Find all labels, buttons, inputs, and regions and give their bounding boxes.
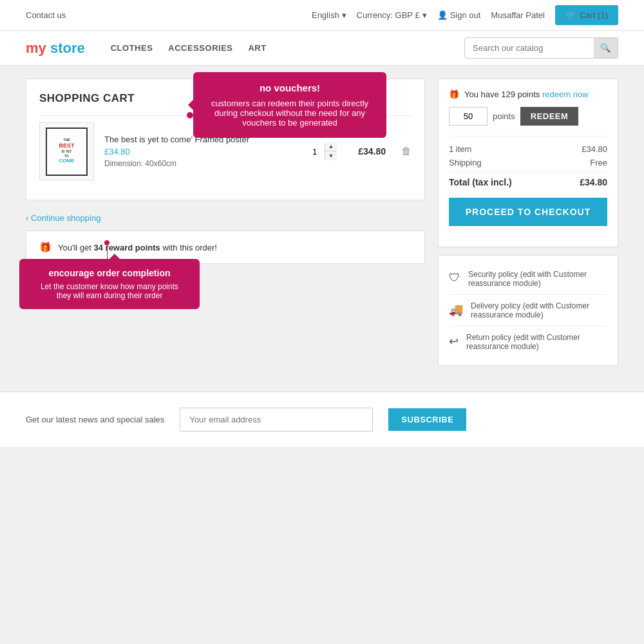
order-summary: 1 item £34.80 Shipping Free Total (tax i…: [449, 136, 607, 187]
tooltip-encourage-body: Let the customer know how many points th…: [32, 282, 187, 300]
currency-dropdown-icon: ▾: [422, 10, 427, 20]
top-bar-left: Contact us: [26, 10, 66, 20]
item-dimension: Dimension: 40x60cm: [104, 159, 294, 168]
tooltip-encourage-title: encourage order completion: [32, 268, 187, 278]
nav-bar: my store CLOTHES ACCESSORIES ART 🔍: [0, 31, 644, 66]
tooltip-novouchers-title: no vouchers!: [206, 82, 374, 93]
newsletter-email-input[interactable]: [180, 408, 373, 431]
return-policy-text: Return policy (edit with Customer reassu…: [466, 333, 607, 351]
language-selector[interactable]: English ▾: [312, 10, 346, 20]
poster-thumbnail: THE BEST IS YET TO COME: [46, 128, 88, 176]
summary-total-row: Total (tax incl.) £34.80: [449, 171, 607, 187]
top-bar-right: English ▾ Currency: GBP £ ▾ 👤 Sign out M…: [312, 5, 618, 25]
nav-links: CLOTHES ACCESSORIES ART: [111, 43, 464, 53]
signout-button[interactable]: 👤 Sign out: [437, 10, 481, 20]
user-name: Musaffar Patel: [491, 10, 545, 20]
tooltip-encourage: encourage order completion Let the custo…: [19, 259, 200, 309]
redeem-now-link[interactable]: redeem now: [542, 90, 589, 99]
reward-prefix: You'll get: [58, 243, 94, 252]
cart-icon: 🛒: [565, 10, 576, 20]
points-redeem-input[interactable]: [449, 107, 488, 126]
language-dropdown-icon: ▾: [342, 10, 346, 20]
logo-store: store: [46, 40, 85, 56]
continue-shopping-label: ‹ Continue shopping: [26, 213, 100, 223]
delivery-policy-text: Delivery policy (edit with Customer reas…: [471, 301, 607, 319]
language-label: English: [312, 10, 339, 20]
quantity-arrows: ▲ ▼: [325, 142, 337, 160]
points-label: points: [493, 111, 515, 121]
item-total: £34.80: [347, 146, 386, 156]
top-bar: Contact us English ▾ Currency: GBP £ ▾ 👤…: [0, 0, 644, 31]
delete-item-button[interactable]: 🗑: [401, 146, 412, 157]
points-header: 🎁 You have 129 points redeem now: [449, 90, 607, 99]
summary-total-amount: £34.80: [580, 177, 607, 187]
main-content: no vouchers! customers can redeem their …: [0, 66, 644, 379]
nav-clothes[interactable]: CLOTHES: [111, 43, 153, 53]
quantity-increase-btn[interactable]: ▲: [325, 142, 337, 151]
reassurance-delivery: 🚚 Delivery policy (edit with Customer re…: [449, 295, 607, 327]
reassurance-box: 🛡 Security policy (edit with Customer re…: [438, 255, 618, 366]
quantity-input[interactable]: [305, 144, 325, 159]
signout-label: Sign out: [450, 10, 481, 20]
reassurance-return: ↩ Return policy (edit with Customer reas…: [449, 327, 607, 357]
user-icon: 👤: [437, 10, 448, 20]
contact-us-link[interactable]: Contact us: [26, 10, 66, 20]
tooltip-encourage-dot: [104, 240, 109, 245]
logo-my: my: [26, 40, 46, 56]
quantity-decrease-btn[interactable]: ▼: [325, 151, 337, 160]
cart-item-details: The best is yet to come' Framed poster £…: [104, 135, 294, 168]
checkout-button[interactable]: PROCEED TO CHECKOUT: [449, 198, 607, 226]
summary-item-amount: £34.80: [582, 144, 607, 154]
footer-newsletter: Get our latest news and special sales SU…: [0, 392, 644, 447]
points-header-text: You have 129 points redeem now: [464, 90, 589, 99]
security-policy-text: Security policy (edit with Customer reas…: [468, 270, 607, 288]
summary-items-row: 1 item £34.80: [449, 144, 607, 154]
summary-total-label: Total (tax incl.): [449, 177, 512, 187]
currency-selector[interactable]: Currency: GBP £ ▾: [357, 10, 427, 20]
cart-label: Cart (1): [580, 10, 608, 20]
reward-suffix: with this order!: [160, 243, 217, 252]
points-box: 🎁 You have 129 points redeem now points …: [438, 79, 618, 247]
item-price: £34.80: [104, 147, 294, 156]
continue-shopping-link[interactable]: ‹ Continue shopping: [26, 213, 425, 223]
newsletter-label: Get our latest news and special sales: [26, 415, 164, 424]
points-header-prefix: You have: [464, 90, 501, 99]
security-icon: 🛡: [449, 271, 460, 285]
search-input[interactable]: [465, 39, 594, 57]
newsletter-subscribe-button[interactable]: SUBSCRIBE: [388, 408, 466, 431]
tooltip-novouchers: no vouchers! customers can redeem their …: [193, 72, 386, 138]
points-icon: 🎁: [449, 90, 459, 99]
cart-item-image: THE BEST IS YET TO COME: [39, 122, 94, 180]
summary-item-label: 1 item: [449, 144, 471, 154]
redeem-button[interactable]: REDEEM: [520, 107, 579, 126]
search-button[interactable]: 🔍: [594, 38, 618, 58]
reassurance-security: 🛡 Security policy (edit with Customer re…: [449, 263, 607, 295]
summary-shipping-amount: Free: [590, 158, 607, 167]
currency-label: Currency: GBP £: [357, 10, 420, 20]
points-count: 129 points: [501, 90, 540, 99]
quantity-input-group: ▲ ▼: [305, 142, 337, 160]
logo[interactable]: my store: [26, 40, 85, 57]
tooltip-novouchers-dot: [187, 112, 193, 118]
right-column: 🎁 You have 129 points redeem now points …: [438, 79, 618, 366]
nav-accessories[interactable]: ACCESSORIES: [168, 43, 232, 53]
reward-amount: 34 reward points: [94, 243, 160, 252]
summary-shipping-row: Shipping Free: [449, 158, 607, 167]
summary-shipping-label: Shipping: [449, 158, 482, 167]
reward-text: You'll get 34 reward points with this or…: [58, 243, 217, 252]
cart-button[interactable]: 🛒 Cart (1): [555, 5, 618, 25]
search-box: 🔍: [464, 37, 618, 59]
nav-art[interactable]: ART: [248, 43, 266, 53]
points-input-row: points REDEEM: [449, 107, 607, 126]
return-icon: ↩: [449, 334, 459, 348]
gift-icon: 🎁: [39, 242, 52, 253]
tooltip-novouchers-body: customers can redeem their points direct…: [206, 99, 374, 128]
delivery-icon: 🚚: [449, 303, 463, 317]
poster-text: THE BEST IS YET TO COME: [59, 138, 74, 165]
